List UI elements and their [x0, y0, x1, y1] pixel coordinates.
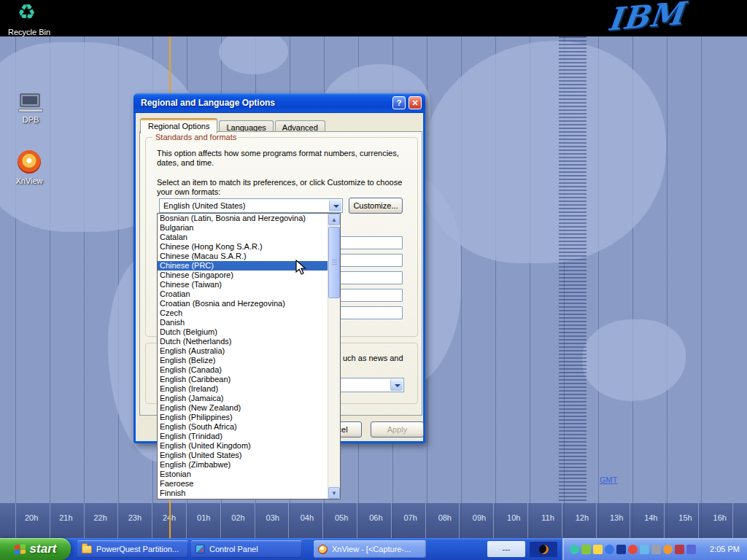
- language-option[interactable]: Catalan: [158, 233, 328, 242]
- language-option[interactable]: Faeroese: [158, 479, 328, 489]
- language-option[interactable]: English (Australia): [158, 346, 328, 356]
- taskbar-item-control-panel[interactable]: Control Panel: [191, 540, 302, 558]
- chevron-down-icon[interactable]: [329, 200, 341, 211]
- tray-icon-3[interactable]: [593, 545, 603, 554]
- language-option[interactable]: English (Philippines): [158, 413, 328, 422]
- scroll-down-icon[interactable]: ▼: [328, 487, 340, 499]
- list-scrollbar[interactable]: ▲ ▼: [328, 214, 340, 499]
- desktop-icon-dpb[interactable]: DPB: [4, 93, 57, 124]
- taskbar-item-label: PowerQuest Partition...: [96, 545, 179, 553]
- language-option[interactable]: English (Jamaica): [158, 394, 328, 403]
- control-panel-icon: [196, 545, 205, 553]
- apply-button[interactable]: Apply: [371, 421, 424, 438]
- timezone-labels: 20h21h22h23h24h01h02h03h04h05h06h07h08h0…: [25, 513, 727, 522]
- language-option[interactable]: Dutch (Netherlands): [158, 337, 328, 346]
- gmt-label: GMT: [600, 475, 617, 484]
- language-option[interactable]: Chinese (Hong Kong S.A.R.): [158, 242, 328, 252]
- language-option[interactable]: Estonian: [158, 470, 328, 479]
- recycle-bin-icon[interactable]: ♻: [18, 0, 36, 24]
- standards-instruction-line2: your own formats:: [157, 187, 220, 196]
- language-option[interactable]: English (Zimbabwe): [158, 460, 328, 470]
- language-option[interactable]: English (Belize): [158, 356, 328, 365]
- tray-icon-9[interactable]: [663, 545, 673, 554]
- language-option[interactable]: English (United States): [158, 451, 328, 460]
- language-option[interactable]: English (South Africa): [158, 422, 328, 432]
- tray-icon-4[interactable]: [605, 545, 614, 554]
- desktop-icon-xnview[interactable]: XnView: [3, 150, 55, 185]
- timezone-label: 07h: [403, 513, 417, 522]
- timezone-label: 23h: [128, 513, 142, 522]
- format-combobox[interactable]: English (United States): [159, 198, 343, 213]
- xnview-icon: [18, 150, 41, 174]
- help-button[interactable]: ?: [392, 96, 406, 109]
- timezone-label: 22h: [93, 513, 107, 522]
- tray-icon-5[interactable]: [616, 545, 626, 554]
- tray-icon-8[interactable]: [651, 545, 661, 554]
- xnview-icon: [318, 545, 328, 554]
- language-option[interactable]: English (Caribbean): [158, 375, 328, 384]
- taskbar-item-xnview[interactable]: XnView - [<Capture-...: [314, 540, 426, 558]
- timezone-label: 02h: [231, 513, 244, 522]
- taskbar-overflow-button[interactable]: ---: [487, 541, 525, 557]
- language-option[interactable]: English (Canada): [158, 365, 328, 375]
- top-black-bar: ♻ Recycle Bin IBM: [0, 0, 747, 36]
- language-option[interactable]: Danish: [158, 318, 328, 327]
- tray-icon-10[interactable]: [675, 545, 684, 554]
- ibm-logo: IBM: [606, 0, 686, 37]
- chevron-down-icon[interactable]: [390, 379, 403, 391]
- timezone-label: 16h: [713, 513, 727, 522]
- desktop-screen: 20h21h22h23h24h01h02h03h04h05h06h07h08h0…: [0, 0, 747, 560]
- standards-group-title: Standards and formats: [152, 133, 239, 141]
- tray-icon-1[interactable]: [570, 545, 579, 554]
- timezone-label: 15h: [678, 513, 692, 522]
- taskbar-dark-button[interactable]: [530, 541, 557, 557]
- taskbar-item-powerquest[interactable]: PowerQuest Partition...: [77, 540, 188, 558]
- language-option[interactable]: English (Ireland): [158, 384, 328, 394]
- taskbar-clock[interactable]: 2:05 PM: [710, 545, 747, 553]
- standards-instruction-line1: Select an item to match its preferences,…: [157, 178, 402, 187]
- language-option[interactable]: Croatian: [158, 289, 328, 299]
- language-option[interactable]: Bulgarian: [158, 223, 328, 233]
- timezone-label: 04h: [301, 513, 314, 522]
- language-option[interactable]: Chinese (Taiwan): [158, 280, 328, 289]
- language-option[interactable]: English (United Kingdom): [158, 441, 328, 451]
- taskbar: start PowerQuest Partition... Control Pa…: [0, 538, 747, 560]
- timezone-label: 13h: [610, 513, 623, 522]
- timezone-strip: 20h21h22h23h24h01h02h03h04h05h06h07h08h0…: [0, 503, 747, 538]
- language-option[interactable]: Finnish: [158, 489, 328, 498]
- dialog-titlebar[interactable]: Regional and Language Options ? ✕: [133, 93, 425, 113]
- taskbar-item-label: Control Panel: [209, 545, 258, 553]
- standards-description-line2: dates, and time.: [157, 158, 214, 167]
- customize-button[interactable]: Customize...: [349, 198, 403, 214]
- timezone-label: 05h: [335, 513, 348, 522]
- language-list[interactable]: Bosnian (Latin, Bosnia and Herzegovina)B…: [158, 214, 328, 499]
- scroll-up-icon[interactable]: ▲: [328, 214, 340, 225]
- tray-icon-7[interactable]: [640, 545, 649, 554]
- language-option[interactable]: English (Trinidad): [158, 432, 328, 441]
- language-option[interactable]: Dutch (Belgium): [158, 327, 328, 337]
- timezone-label: 12h: [576, 513, 589, 522]
- start-button[interactable]: start: [0, 538, 71, 560]
- tray-icon-6[interactable]: [628, 545, 638, 554]
- timezone-label: 20h: [25, 513, 38, 522]
- timezone-label: 01h: [197, 513, 210, 522]
- language-option[interactable]: Czech: [158, 308, 328, 318]
- timezone-label: 21h: [59, 513, 72, 522]
- language-option[interactable]: Bosnian (Latin, Bosnia and Herzegovina): [158, 214, 328, 223]
- timezone-label: 11h: [541, 513, 554, 522]
- tray-icon-11[interactable]: [686, 545, 696, 554]
- folder-icon: [82, 545, 92, 553]
- scrollbar-thumb[interactable]: [328, 227, 340, 298]
- map-australia: [582, 319, 686, 401]
- standards-description-line1: This option affects how some programs fo…: [157, 149, 399, 158]
- language-option[interactable]: English (New Zealand): [158, 403, 328, 413]
- system-tray: 2:05 PM: [562, 538, 747, 560]
- recycle-bin-label: Recycle Bin: [3, 28, 55, 36]
- taskbar-item-label: XnView - [<Capture-...: [332, 545, 411, 553]
- tab-regional-options[interactable]: Regional Options: [140, 118, 217, 133]
- close-button[interactable]: ✕: [409, 96, 422, 109]
- timezone-label: 03h: [266, 513, 279, 522]
- language-option[interactable]: Croatian (Bosnia and Herzegovina): [158, 299, 328, 308]
- tray-icon-2[interactable]: [581, 545, 591, 554]
- dialog-title: Regional and Language Options: [141, 98, 275, 108]
